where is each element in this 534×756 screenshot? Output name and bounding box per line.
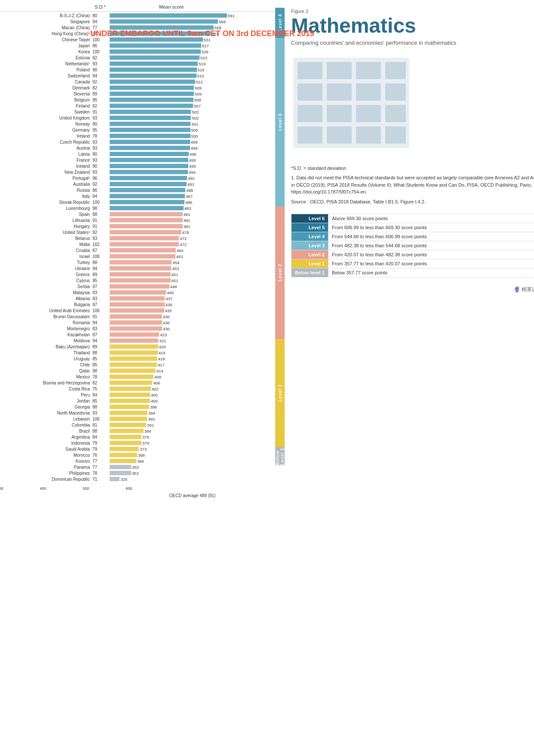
bar [110, 435, 141, 439]
level-band-level3: Level 3 [275, 38, 285, 206]
bar-area: 512 [110, 80, 275, 84]
table-row: Iceland90495 [0, 163, 275, 169]
table-row: Canada92512 [0, 79, 275, 85]
score-label: 451 [172, 272, 178, 277]
table-row: Spain88481 [0, 211, 275, 217]
country-name: Japan [0, 43, 92, 48]
table-row: Czech Republic93499 [0, 139, 275, 145]
score-label: 499 [191, 146, 198, 151]
axis-400: 400 [40, 486, 46, 491]
bar [110, 158, 188, 162]
list-item: Level 1From 357.77 to less than 420.07 s… [292, 259, 534, 268]
legend-level: Level 6 [292, 214, 328, 223]
bar-area: 500 [110, 134, 275, 138]
sd-value: 81 [92, 423, 110, 427]
score-label: 451 [172, 278, 178, 283]
bar-area: 448 [110, 284, 275, 289]
score-label: 440 [167, 290, 174, 295]
bar [110, 98, 193, 102]
score-label: 527 [202, 43, 209, 48]
figure-label: Figure 2 [291, 9, 534, 14]
bar-area: 488 [110, 188, 275, 192]
country-name: B-S-J-Z (China) [0, 13, 92, 18]
bar [110, 447, 139, 451]
bar [110, 477, 120, 481]
table-row: Ukraine94453 [0, 265, 275, 271]
bar [110, 128, 190, 132]
country-name: Malaysia [0, 290, 92, 295]
table-row: Netherlands¹93519 [0, 61, 275, 67]
country-name: Uruguay [0, 356, 92, 361]
bar [110, 164, 188, 168]
chart-header: S.D.* Mean score [0, 4, 275, 12]
bar [110, 86, 194, 90]
sd-value: 95 [92, 278, 110, 283]
bar [110, 80, 195, 84]
country-name: Chinese Taipei [0, 37, 92, 42]
bar [110, 176, 187, 180]
bar-area: 509 [110, 86, 275, 90]
sd-value: 94 [92, 338, 110, 343]
country-name: Slovak Republic [0, 200, 92, 205]
country-name: Colombia [0, 423, 92, 427]
svg-rect-12 [385, 105, 406, 122]
country-name: Kosovo [0, 459, 92, 464]
axis-600: 600 [126, 486, 132, 491]
sd-value: 94 [92, 74, 110, 78]
country-name: Israel [0, 254, 92, 259]
bar-area: 463 [110, 254, 275, 258]
sd-value: 100 [92, 49, 110, 54]
bar [110, 320, 162, 325]
sd-value: 84 [92, 435, 110, 439]
source: Source : OECD, PISA 2018 Database, Table… [291, 198, 534, 206]
svg-rect-16 [385, 126, 406, 144]
svg-rect-4 [385, 62, 406, 79]
bar-area: 499 [110, 146, 275, 150]
table-row: Bulgaria97436 [0, 301, 275, 307]
country-name: New Zealand [0, 170, 92, 175]
svg-rect-15 [356, 126, 381, 144]
table-row: Lithuania91481 [0, 217, 275, 223]
bar-area: 451 [110, 272, 275, 277]
table-row: Estonia82523 [0, 55, 275, 61]
bar [110, 417, 147, 421]
country-name: Saudi Arabia [0, 447, 92, 452]
table-row: Latvia80496 [0, 151, 275, 157]
bar [110, 429, 144, 433]
table-row: Ireland78500 [0, 133, 275, 139]
bar [110, 116, 191, 120]
country-name: France [0, 158, 92, 163]
legend-desc: Below 357.77 score points [328, 268, 534, 277]
bar [110, 134, 190, 138]
bar [110, 55, 199, 60]
table-row: Switzerland94515 [0, 73, 275, 79]
bar [110, 43, 201, 48]
list-item: Level 6Above 669.30 score points [292, 214, 534, 223]
table-row: Poland90516 [0, 67, 275, 73]
bar [110, 146, 190, 150]
bar-area: 368 [110, 453, 275, 457]
sd-value: 100 [92, 200, 110, 205]
score-label: 516 [198, 68, 205, 72]
legend-desc: From 544.68 to less than 606.99 score po… [328, 232, 534, 241]
bar-area: 379 [110, 441, 275, 445]
bar-area: 500 [110, 128, 275, 132]
country-name: United States¹ [0, 230, 92, 235]
table-row: Slovak Republic100486 [0, 199, 275, 205]
score-label: 379 [142, 441, 149, 446]
bar [110, 152, 189, 156]
table-row: Costa Rica75402 [0, 386, 275, 392]
bar-area: 379 [110, 435, 275, 439]
country-name: Finland [0, 104, 92, 108]
sd-value: 98 [92, 206, 110, 211]
sd-header: S.D.* [95, 4, 116, 9]
sd-value: 88 [92, 405, 110, 409]
table-row: Malta102472 [0, 241, 275, 247]
bar-area: 519 [110, 61, 275, 66]
table-row: Kosovo77366 [0, 458, 275, 464]
score-label: 325 [120, 477, 127, 482]
sd-value: 80 [92, 152, 110, 157]
sd-value: 92 [92, 182, 110, 187]
score-label: 481 [184, 224, 190, 229]
bar-area: 373 [110, 447, 275, 451]
